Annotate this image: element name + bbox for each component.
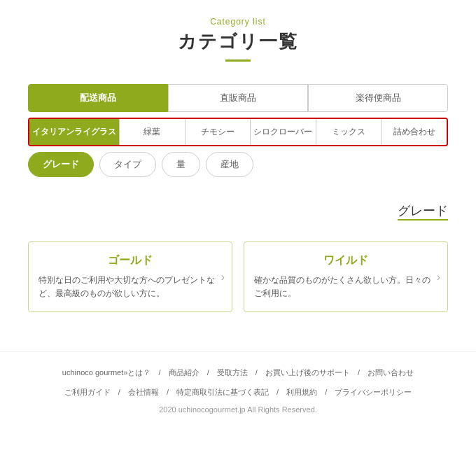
footer-link-delivery[interactable]: 受取方法 — [217, 368, 248, 377]
header-section: Category list カテゴリ一覧 — [0, 0, 476, 73]
footer-divider: / — [158, 368, 162, 377]
footer-copyright: 2020 uchinocogourmet.jp All Rights Reser… — [14, 405, 462, 414]
filter-type[interactable]: タイプ — [99, 152, 156, 177]
footer: uchinoco gourmet»とは？ / 商品紹介 / 受取方法 / お買い… — [0, 351, 476, 425]
grade-wild-title: ワイルド — [254, 253, 438, 268]
wild-arrow-icon: › — [437, 271, 440, 284]
sub-white-clover[interactable]: シロクローバー — [251, 119, 316, 145]
sub-mix[interactable]: ミックス — [316, 119, 382, 145]
footer-divider: / — [255, 368, 260, 377]
filter-grade[interactable]: グレード — [28, 152, 94, 177]
grade-gold-title: ゴールド — [38, 253, 222, 268]
sub-italian-ryegrass[interactable]: イタリアンライグラス — [29, 119, 120, 145]
filter-section: 配送商品 直販商品 楽得便商品 イタリアンライグラス 緑葉 チモシー シロクロー… — [0, 73, 476, 188]
footer-divider2: / — [325, 388, 329, 396]
tab-rakuten[interactable]: 楽得便商品 — [308, 84, 448, 112]
grade-gold-desc: 特別な日のご利用や大切な方へのプレゼントなど、最高級のものが欲しい方に。 — [38, 274, 222, 300]
sub-assortment[interactable]: 詰め合わせ — [382, 119, 447, 145]
footer-divider2: / — [118, 388, 122, 396]
footer-link-guide[interactable]: ご利用ガイド — [64, 388, 111, 396]
footer-link-products[interactable]: 商品紹介 — [169, 368, 200, 377]
footer-link-company[interactable]: 会社情報 — [128, 388, 159, 396]
category-list-label: Category list — [0, 17, 476, 27]
filter-origin[interactable]: 産地 — [206, 152, 253, 177]
tab-direct[interactable]: 直販商品 — [168, 84, 308, 112]
sub-green-leaf[interactable]: 緑葉 — [120, 119, 186, 145]
grade-card-wild[interactable]: ワイルド 確かな品質のものがたくさん欲しい方。日々のご利用に。 › — [244, 241, 448, 312]
filter-row: グレード タイプ 量 産地 — [28, 152, 448, 177]
footer-link-privacy[interactable]: プライバシーポリシー — [335, 388, 412, 396]
footer-link-contact[interactable]: お問い合わせ — [368, 368, 414, 377]
footer-link-support[interactable]: お買い上げ後のサポート — [265, 368, 350, 377]
footer-divider2: / — [167, 388, 171, 396]
tab-delivery[interactable]: 配送商品 — [28, 84, 168, 112]
sub-timothy[interactable]: チモシー — [186, 119, 251, 145]
page-wrapper: Category list カテゴリ一覧 配送商品 直販商品 楽得便商品 イタリ… — [0, 0, 476, 425]
title-underline — [225, 59, 251, 62]
footer-divider2: / — [276, 388, 281, 396]
footer-links-row2: ご利用ガイド / 会社情報 / 特定商取引法に基づく表記 / 利用規約 / プラ… — [14, 386, 462, 400]
grade-cards: ゴールド 特別な日のご利用や大切な方へのプレゼントなど、最高級のものが欲しい方に… — [28, 241, 448, 312]
gold-arrow-icon: › — [221, 271, 225, 284]
grade-card-gold[interactable]: ゴールド 特別な日のご利用や大切な方へのプレゼントなど、最高級のものが欲しい方に… — [28, 241, 232, 312]
footer-link-legal[interactable]: 特定商取引法に基づく表記 — [176, 388, 269, 396]
page-title: カテゴリ一覧 — [0, 29, 476, 54]
filter-quantity[interactable]: 量 — [162, 152, 200, 177]
footer-link-about[interactable]: uchinoco gourmet»とは？ — [62, 368, 151, 377]
grade-section: グレード ゴールド 特別な日のご利用や大切な方へのプレゼントなど、最高級のものが… — [0, 188, 476, 323]
footer-divider: / — [358, 368, 362, 377]
grade-section-title: グレード — [398, 202, 448, 219]
footer-link-terms[interactable]: 利用規約 — [286, 388, 317, 396]
footer-links-row1: uchinoco gourmet»とは？ / 商品紹介 / 受取方法 / お買い… — [14, 366, 462, 380]
tab-row: 配送商品 直販商品 楽得便商品 — [28, 84, 448, 112]
footer-divider: / — [207, 368, 211, 377]
subcategory-row: イタリアンライグラス 緑葉 チモシー シロクローバー ミックス 詰め合わせ — [28, 118, 448, 146]
grade-wild-desc: 確かな品質のものがたくさん欲しい方。日々のご利用に。 — [254, 274, 438, 300]
